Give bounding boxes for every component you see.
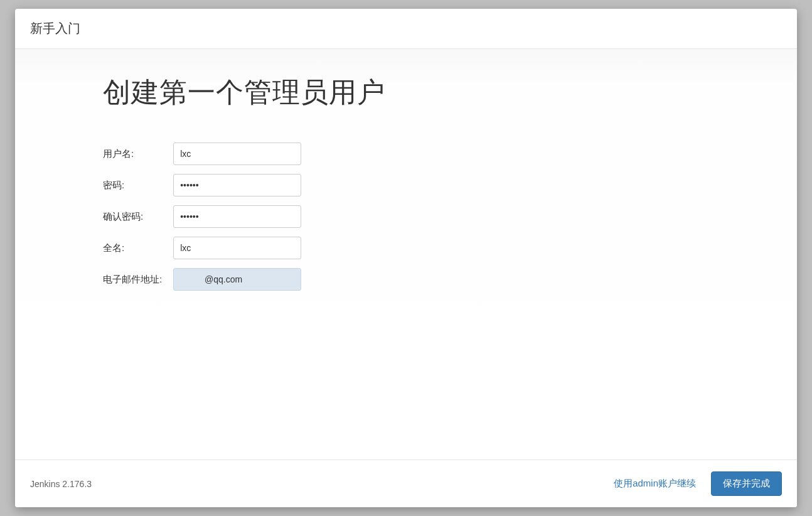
save-and-finish-button[interactable]: 保存并完成 (711, 471, 782, 496)
email-label: 电子邮件地址: (103, 268, 173, 291)
password-label: 密码: (103, 174, 173, 196)
confirm-password-input[interactable] (173, 205, 301, 228)
modal-title: 新手入门 (30, 21, 80, 35)
setup-wizard-modal: 新手入门 创建第一个管理员用户 用户名: 密码: 确认密码: 全名: 电子邮件地… (15, 9, 797, 507)
continue-as-admin-link[interactable]: 使用admin账户继续 (614, 478, 696, 490)
jenkins-version: Jenkins 2.176.3 (30, 479, 92, 489)
page-title: 创建第一个管理员用户 (103, 74, 797, 111)
password-input[interactable] (173, 174, 301, 196)
modal-body: 创建第一个管理员用户 用户名: 密码: 确认密码: 全名: 电子邮件地址: (15, 49, 797, 460)
email-input[interactable] (173, 268, 301, 291)
fullname-input[interactable] (173, 237, 301, 259)
username-input[interactable] (173, 142, 301, 165)
footer-actions: 使用admin账户继续 保存并完成 (614, 471, 782, 496)
fullname-label: 全名: (103, 237, 173, 259)
confirm-password-label: 确认密码: (103, 205, 173, 228)
modal-footer: Jenkins 2.176.3 使用admin账户继续 保存并完成 (15, 460, 797, 507)
modal-header: 新手入门 (15, 9, 797, 49)
admin-user-form: 用户名: 密码: 确认密码: 全名: 电子邮件地址: (103, 134, 301, 299)
username-label: 用户名: (103, 142, 173, 165)
